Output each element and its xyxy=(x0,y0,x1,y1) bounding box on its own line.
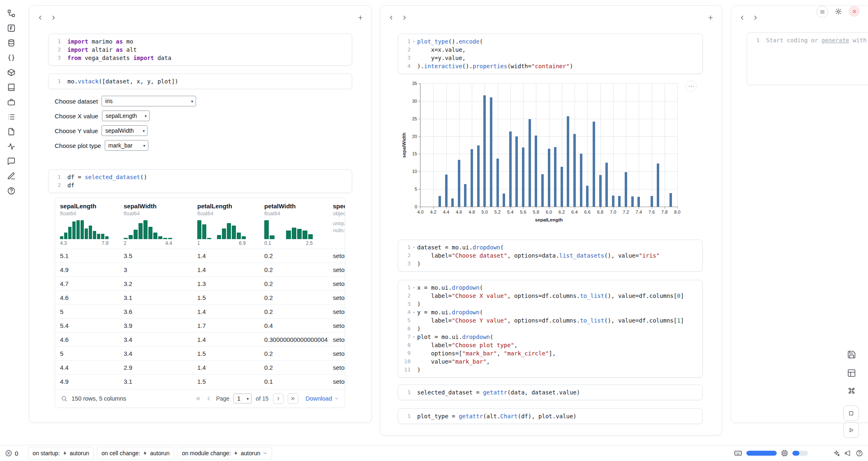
autorun-on-cell-change-button[interactable]: on cell change:autorun xyxy=(97,447,174,459)
chart-bar[interactable] xyxy=(573,134,576,207)
outline-icon[interactable] xyxy=(7,113,16,121)
notebook-menu-button[interactable] xyxy=(816,6,828,18)
chat-icon[interactable] xyxy=(7,157,16,166)
table-row[interactable]: 5.43.91.70.4setosa xyxy=(55,318,345,332)
chart-bar[interactable] xyxy=(637,197,640,207)
table-row[interactable]: 4.931.40.2setosa xyxy=(55,263,345,277)
column-histogram[interactable] xyxy=(197,220,246,239)
cell-imports-editor[interactable]: 1import marimo as mo2import altair as al… xyxy=(48,34,352,66)
feedback-icon[interactable] xyxy=(844,449,852,457)
chart-bar[interactable] xyxy=(554,147,556,207)
first-page-button[interactable] xyxy=(195,395,201,402)
chart-bar[interactable] xyxy=(580,154,582,207)
cell-vstack-editor[interactable]: 1mo.vstack([dataset, x, y, plot]) xyxy=(48,74,352,89)
files-icon[interactable] xyxy=(7,127,16,136)
fold-icon[interactable]: ▾ xyxy=(411,308,417,316)
chart-bar[interactable] xyxy=(496,159,499,207)
chart-bar[interactable] xyxy=(541,174,544,207)
run-all-button[interactable] xyxy=(843,422,859,438)
chart-bar[interactable] xyxy=(567,116,569,207)
next-page-button[interactable] xyxy=(273,393,284,404)
chart-bar[interactable] xyxy=(612,196,614,207)
keyboard-icon[interactable] xyxy=(734,449,742,457)
chart-bar[interactable] xyxy=(515,136,518,207)
column-header[interactable]: petalLengthfloat64 xyxy=(192,202,259,217)
chart-bar[interactable] xyxy=(509,131,512,207)
column-header[interactable]: sepalWidthfloat64 xyxy=(119,202,192,217)
autorun-on-startup-button[interactable]: on startup:autorun xyxy=(28,447,94,459)
cell-selected-dataset-editor[interactable]: 1selected_dataset = getattr(data, datase… xyxy=(398,385,703,400)
panel-back-button[interactable] xyxy=(737,12,748,23)
chart-bar[interactable] xyxy=(471,149,473,207)
y-value-select[interactable]: sepalWidth xyxy=(102,125,148,136)
table-row[interactable]: 5.13.51.40.2setosa xyxy=(55,249,345,263)
table-row[interactable]: 53.41.50.2setosa xyxy=(55,346,345,360)
chart-bar[interactable] xyxy=(522,148,524,207)
snippets-icon[interactable] xyxy=(7,98,16,106)
chart-bar[interactable] xyxy=(657,164,659,207)
shutdown-button[interactable] xyxy=(849,6,860,17)
chart-bar[interactable] xyxy=(669,193,672,207)
panel-forward-button[interactable] xyxy=(399,12,410,23)
errors-indicator[interactable]: 0 xyxy=(5,449,18,457)
panel-forward-button[interactable] xyxy=(48,12,59,23)
export-button[interactable] xyxy=(847,350,856,359)
chart-bar[interactable] xyxy=(631,196,634,207)
panel-back-button[interactable] xyxy=(35,12,46,23)
fold-icon[interactable]: ▾ xyxy=(411,333,417,341)
file-explorer-icon[interactable] xyxy=(7,9,16,18)
cell-widgets-editor[interactable]: 1▾x = mo.ui.dropdown(2 label="Choose X v… xyxy=(398,280,703,378)
app-preview-button[interactable] xyxy=(843,406,859,421)
variables-icon[interactable] xyxy=(7,53,16,62)
download-button[interactable]: Download xyxy=(306,395,339,402)
chart-bar[interactable] xyxy=(561,167,563,207)
scratchpad-icon[interactable] xyxy=(7,172,16,180)
chart-bar[interactable] xyxy=(503,194,505,207)
functions-icon[interactable] xyxy=(7,24,16,32)
panel-forward-button[interactable] xyxy=(750,12,761,23)
last-page-button[interactable] xyxy=(288,393,298,404)
column-histogram[interactable] xyxy=(124,220,172,239)
chart-bar[interactable] xyxy=(651,196,653,207)
chart-bar[interactable] xyxy=(548,149,550,207)
settings-button[interactable] xyxy=(833,6,844,17)
column-header[interactable]: sepalLengthfloat64 xyxy=(55,202,119,217)
chart-bar[interactable] xyxy=(445,175,448,207)
cell-plot-type-editor[interactable]: 1plot_type = getattr(alt.Chart(df), plot… xyxy=(398,408,703,424)
help-icon[interactable] xyxy=(856,449,863,457)
table-row[interactable]: 4.42.91.40.2setosa xyxy=(55,360,345,374)
add-cell-button[interactable] xyxy=(355,12,366,23)
fold-icon[interactable]: ▾ xyxy=(411,243,417,251)
table-row[interactable]: 53.61.40.2setosa xyxy=(55,304,345,318)
fold-icon[interactable]: ▾ xyxy=(411,37,417,46)
dataset-select[interactable]: iris xyxy=(102,96,196,106)
autorun-on-module-change-button[interactable]: on module change:autorun xyxy=(178,447,272,459)
keyboard-shortcuts-button[interactable] xyxy=(847,386,856,395)
cell-dataset-editor[interactable]: 1▾dataset = mo.ui.dropdown(2 label="Choo… xyxy=(398,240,703,272)
table-row[interactable]: 4.63.11.50.2setosa xyxy=(55,290,345,304)
page-select[interactable]: 1 xyxy=(233,394,252,403)
chart-bar[interactable] xyxy=(451,198,454,207)
plot-type-select[interactable]: mark_bar xyxy=(105,140,148,151)
empty-cell-editor[interactable]: 1Start coding or generate with AI xyxy=(747,32,868,85)
chart-bar[interactable] xyxy=(535,136,537,207)
search-icon[interactable] xyxy=(61,395,67,402)
table-row[interactable]: 4.93.11.50.1setosa xyxy=(55,374,345,388)
cell-plot-editor[interactable]: 1▾plot_type().encode(2 x=x.value,3 y=y.v… xyxy=(398,34,703,74)
chart-menu-button[interactable] xyxy=(686,81,697,92)
chart-bar[interactable] xyxy=(483,95,486,207)
fold-icon[interactable]: ▾ xyxy=(411,284,417,292)
documentation-icon[interactable] xyxy=(7,83,16,92)
tracing-icon[interactable] xyxy=(7,142,16,151)
prev-page-button[interactable] xyxy=(205,395,212,402)
chart-bar[interactable] xyxy=(593,122,595,207)
table-row[interactable]: 4.73.21.30.2setosa xyxy=(55,277,345,290)
chart-bar[interactable] xyxy=(439,196,441,207)
chart-bar[interactable] xyxy=(464,184,466,207)
chart-bar[interactable] xyxy=(477,145,480,207)
x-value-select[interactable]: sepalLength xyxy=(102,111,150,121)
help-icon[interactable] xyxy=(7,187,16,195)
cell-dataframe-editor[interactable]: 1df = selected_dataset()2df xyxy=(48,169,352,193)
layout-toggle-button[interactable] xyxy=(847,369,856,378)
datasources-icon[interactable] xyxy=(7,39,16,47)
